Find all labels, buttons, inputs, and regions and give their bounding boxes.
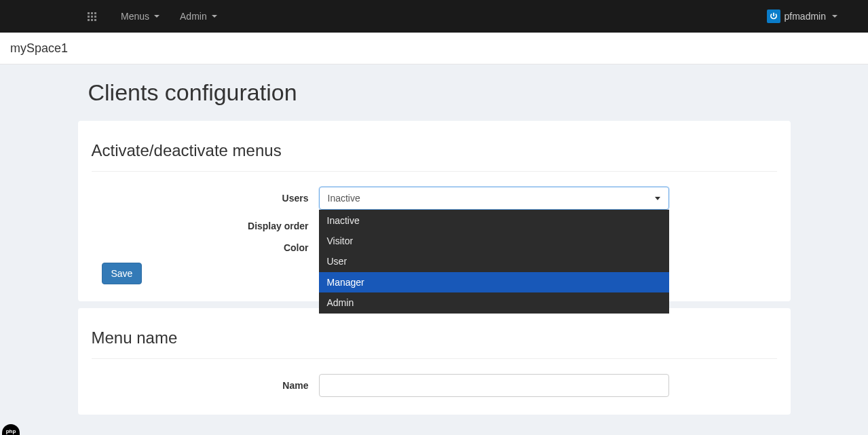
panel-heading: Menu name <box>92 328 777 359</box>
users-dropdown-menu: Inactive Visitor User Manager Admin <box>319 210 669 314</box>
users-select[interactable]: Inactive <box>319 187 669 210</box>
panel-menu-name: Menu name Name <box>78 308 791 415</box>
form-group-users: Users Inactive Inactive Visitor User Man… <box>92 187 777 210</box>
apps-grid-icon[interactable] <box>78 12 105 21</box>
user-name-label: pfmadmin <box>785 11 826 22</box>
label-name: Name <box>92 380 319 391</box>
label-display-order: Display order <box>92 221 319 231</box>
nav-admin-label: Admin <box>180 11 207 22</box>
nav-menus-label: Menus <box>121 11 149 22</box>
dropdown-option-manager[interactable]: Manager <box>319 272 669 292</box>
caret-down-icon <box>154 15 159 18</box>
breadcrumb-space[interactable]: mySpace1 <box>10 41 68 56</box>
name-input-wrap <box>319 374 669 397</box>
dropdown-option-admin[interactable]: Admin <box>319 292 669 313</box>
users-select-wrap: Inactive Inactive Visitor User Manager A… <box>319 187 669 210</box>
caret-down-icon <box>655 197 660 200</box>
dropdown-option-user[interactable]: User <box>319 251 669 271</box>
top-navbar: Menus Admin pfmadmin <box>0 0 868 33</box>
navbar-left: Menus Admin <box>10 1 227 31</box>
main-container: Clients configuration Activate/deactivat… <box>68 79 801 415</box>
caret-down-icon <box>832 15 837 18</box>
navbar-right: pfmadmin <box>767 10 837 23</box>
user-menu-dropdown[interactable]: pfmadmin <box>767 10 837 23</box>
breadcrumb: mySpace1 <box>0 33 868 64</box>
php-badge-label: php <box>6 428 16 434</box>
nav-menus-dropdown[interactable]: Menus <box>111 1 170 31</box>
label-users: Users <box>92 193 319 204</box>
page-title: Clients configuration <box>88 79 791 106</box>
save-button[interactable]: Save <box>102 263 143 284</box>
power-icon <box>767 10 780 23</box>
panel-activate-menus: Activate/deactivate menus Users Inactive… <box>78 121 791 301</box>
dropdown-option-inactive[interactable]: Inactive <box>319 210 669 231</box>
caret-down-icon <box>212 15 217 18</box>
form-group-name: Name <box>92 374 777 397</box>
name-input[interactable] <box>319 374 669 397</box>
panel-heading: Activate/deactivate menus <box>92 141 777 172</box>
label-color: Color <box>92 242 319 253</box>
dropdown-option-visitor[interactable]: Visitor <box>319 231 669 251</box>
users-select-value: Inactive <box>328 193 360 204</box>
nav-admin-dropdown[interactable]: Admin <box>170 1 227 31</box>
php-debug-badge[interactable]: php <box>2 424 20 435</box>
